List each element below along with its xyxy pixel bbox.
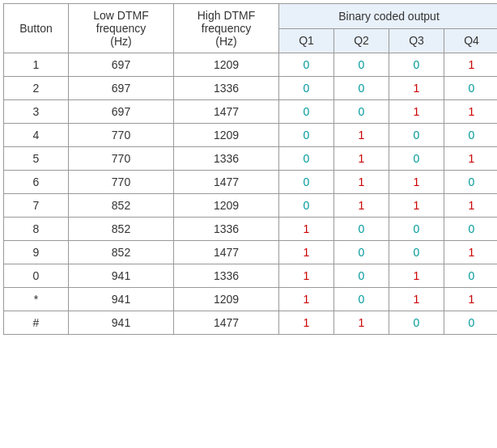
table-cell: 0 [444,77,498,100]
button-cell: 7 [4,194,69,218]
low-freq-cell: 697 [69,100,174,124]
table-cell: 1 [444,194,498,218]
low-freq-cell: 941 [69,264,174,288]
table-cell: 1 [334,171,389,194]
button-cell: # [4,311,69,335]
col-q4-header: Q4 [444,28,498,53]
table-cell: 1 [444,147,498,171]
table-cell: 1 [389,288,444,311]
table-cell: 1 [279,241,334,264]
col-q3-header: Q3 [389,28,444,53]
table-cell: 1 [389,264,444,288]
low-freq-cell: 697 [69,77,174,100]
header-row-1: Button Low DTMFfrequency(Hz) High DTMFfr… [4,4,498,29]
low-freq-cell: 770 [69,147,174,171]
high-freq-cell: 1477 [174,100,279,124]
high-freq-cell: 1477 [174,171,279,194]
table-cell: 0 [334,218,389,241]
table-row: 094113361010 [4,264,498,288]
high-freq-cell: 1209 [174,288,279,311]
table-cell: 0 [444,264,498,288]
table-cell: 0 [389,311,444,335]
table-cell: 0 [279,100,334,124]
table-row: *94112091011 [4,288,498,311]
low-freq-cell: 770 [69,171,174,194]
table-cell: 0 [389,218,444,241]
table-cell: 1 [444,100,498,124]
high-freq-cell: 1477 [174,311,279,335]
button-cell: 6 [4,171,69,194]
high-freq-cell: 1209 [174,124,279,147]
button-cell: 1 [4,53,69,77]
table-row: 169712090001 [4,53,498,77]
high-freq-cell: 1336 [174,218,279,241]
table-cell: 1 [279,288,334,311]
table-row: 985214771001 [4,241,498,264]
col-q2-header: Q2 [334,28,389,53]
table-cell: 0 [334,53,389,77]
table-cell: 1 [444,53,498,77]
table-cell: 0 [279,171,334,194]
table-cell: 0 [389,241,444,264]
table-cell: 0 [279,147,334,171]
low-freq-cell: 941 [69,288,174,311]
table-cell: 1 [334,147,389,171]
col-low-header: Low DTMFfrequency(Hz) [69,4,174,53]
table-cell: 1 [444,241,498,264]
table-cell: 1 [389,171,444,194]
table-cell: 0 [279,194,334,218]
table-row: 677014770110 [4,171,498,194]
table-row: 785212090111 [4,194,498,218]
col-q1-header: Q1 [279,28,334,53]
button-cell: 4 [4,124,69,147]
table-row: 477012090100 [4,124,498,147]
col-button-header: Button [4,4,69,53]
low-freq-cell: 770 [69,124,174,147]
button-cell: 3 [4,100,69,124]
low-freq-cell: 941 [69,311,174,335]
table-cell: 0 [389,53,444,77]
table-cell: 1 [334,124,389,147]
high-freq-cell: 1336 [174,147,279,171]
high-freq-cell: 1209 [174,53,279,77]
table-cell: 0 [334,288,389,311]
col-binary-header: Binary coded output [279,4,498,29]
table-cell: 0 [279,124,334,147]
table-cell: 0 [279,53,334,77]
table-cell: 0 [389,124,444,147]
col-high-header: High DTMFfrequency(Hz) [174,4,279,53]
table-cell: 0 [334,100,389,124]
table-cell: 0 [444,171,498,194]
table-wrapper: Button Low DTMFfrequency(Hz) High DTMFfr… [0,0,497,338]
button-cell: 5 [4,147,69,171]
table-cell: 1 [389,100,444,124]
table-row: 885213361000 [4,218,498,241]
button-cell: 8 [4,218,69,241]
high-freq-cell: 1336 [174,77,279,100]
button-cell: 0 [4,264,69,288]
table-row: 577013360101 [4,147,498,171]
high-freq-cell: 1477 [174,241,279,264]
low-freq-cell: 697 [69,53,174,77]
button-cell: * [4,288,69,311]
dtmf-table: Button Low DTMFfrequency(Hz) High DTMFfr… [3,3,497,335]
table-cell: 0 [334,77,389,100]
table-row: 269713360010 [4,77,498,100]
table-cell: 0 [444,218,498,241]
table-cell: 0 [334,264,389,288]
button-cell: 2 [4,77,69,100]
low-freq-cell: 852 [69,194,174,218]
table-cell: 0 [334,241,389,264]
table-cell: 1 [389,194,444,218]
table-cell: 1 [279,264,334,288]
table-cell: 0 [279,77,334,100]
button-cell: 9 [4,241,69,264]
table-cell: 0 [444,124,498,147]
low-freq-cell: 852 [69,241,174,264]
low-freq-cell: 852 [69,218,174,241]
table-cell: 0 [389,147,444,171]
table-cell: 1 [389,77,444,100]
table-cell: 1 [444,288,498,311]
high-freq-cell: 1209 [174,194,279,218]
high-freq-cell: 1336 [174,264,279,288]
